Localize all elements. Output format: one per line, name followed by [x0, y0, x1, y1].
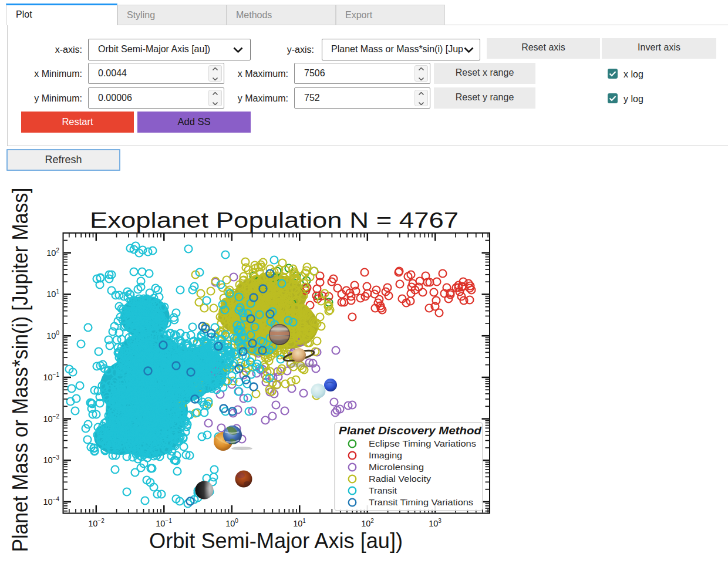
- svg-text:10−3: 10−3: [43, 454, 59, 465]
- svg-text:101: 101: [293, 518, 306, 528]
- svg-text:103: 103: [429, 518, 441, 528]
- svg-text:Transit Timing Variations: Transit Timing Variations: [369, 497, 473, 507]
- svg-text:10−1: 10−1: [43, 372, 59, 382]
- svg-text:101: 101: [46, 288, 59, 299]
- svg-text:Planet Mass or Mass*sin(i) [Ju: Planet Mass or Mass*sin(i) [Jupiter Mass…: [8, 188, 32, 552]
- svg-text:102: 102: [46, 247, 59, 258]
- svg-text:Orbit Semi-Major Axis [au]): Orbit Semi-Major Axis [au]): [149, 529, 403, 553]
- svg-text:10−4: 10−4: [43, 496, 59, 507]
- svg-text:Microlensing: Microlensing: [369, 462, 424, 472]
- svg-text:Transit: Transit: [369, 485, 397, 495]
- svg-text:Imaging: Imaging: [369, 450, 402, 460]
- svg-text:10−1: 10−1: [156, 518, 172, 528]
- svg-text:Exoplanet Population N = 4767: Exoplanet Population N = 4767: [90, 208, 459, 232]
- svg-text:Radial Velocity: Radial Velocity: [369, 474, 432, 484]
- svg-text:102: 102: [361, 518, 374, 528]
- svg-text:10−2: 10−2: [43, 413, 59, 424]
- svg-text:Planet Discovery Method: Planet Discovery Method: [339, 424, 481, 437]
- svg-text:10−2: 10−2: [88, 518, 105, 528]
- svg-text:100: 100: [46, 330, 59, 340]
- svg-text:100: 100: [225, 518, 238, 528]
- svg-text:Eclipse Timing Variations: Eclipse Timing Variations: [369, 438, 476, 448]
